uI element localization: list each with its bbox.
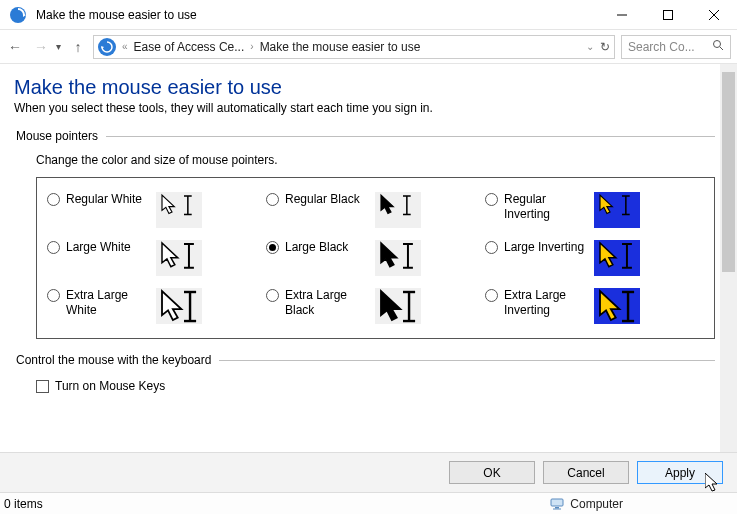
- pointer-preview: [375, 288, 421, 324]
- ok-button[interactable]: OK: [449, 461, 535, 484]
- pointer-preview: [375, 192, 421, 228]
- svg-rect-47: [553, 508, 561, 509]
- svg-point-7: [714, 41, 721, 48]
- pointer-radio[interactable]: [47, 193, 60, 206]
- pointer-preview: [375, 240, 421, 276]
- pointer-option-label: Regular White: [66, 192, 150, 207]
- address-bar[interactable]: « Ease of Access Ce... › Make the mouse …: [93, 35, 615, 59]
- pointer-preview: [156, 288, 202, 324]
- titlebar: Make the mouse easier to use: [0, 0, 737, 30]
- address-dropdown[interactable]: ⌄: [586, 41, 594, 52]
- svg-marker-29: [600, 243, 616, 267]
- computer-icon: [550, 498, 564, 510]
- chevron-right-icon: ›: [250, 41, 253, 52]
- svg-marker-25: [381, 243, 397, 267]
- pointer-radio[interactable]: [47, 289, 60, 302]
- close-button[interactable]: [691, 0, 737, 30]
- breadcrumb-root-chevron[interactable]: «: [122, 41, 128, 52]
- svg-marker-37: [381, 291, 400, 320]
- mouse-keys-checkbox[interactable]: [36, 380, 49, 393]
- up-button[interactable]: ↑: [69, 39, 87, 55]
- forward-button[interactable]: →: [32, 39, 50, 55]
- svg-marker-21: [162, 243, 178, 267]
- group-mouse-pointers-legend: Mouse pointers: [14, 129, 106, 143]
- pointer-option[interactable]: Regular Black: [266, 192, 485, 228]
- pointer-radio[interactable]: [485, 241, 498, 254]
- pointer-radio[interactable]: [266, 241, 279, 254]
- search-placeholder: Search Co...: [628, 40, 695, 54]
- pointer-preview: [156, 192, 202, 228]
- pointer-preview: [156, 240, 202, 276]
- svg-line-8: [720, 47, 723, 50]
- status-bar: 0 items Computer: [0, 492, 737, 514]
- scroll-thumb[interactable]: [722, 72, 735, 272]
- refresh-button[interactable]: ↻: [600, 40, 610, 54]
- pointer-row: Regular White Regular Black Regular Inve…: [47, 186, 704, 234]
- pointer-preview: [594, 288, 640, 324]
- group-keyboard-control: Control the mouse with the keyboard Turn…: [14, 353, 715, 393]
- breadcrumb-ease-of-access[interactable]: Ease of Access Ce...: [134, 40, 245, 54]
- pointer-option-label: Regular Black: [285, 192, 369, 207]
- breadcrumb-current[interactable]: Make the mouse easier to use: [260, 40, 421, 54]
- search-input[interactable]: Search Co...: [621, 35, 731, 59]
- search-icon[interactable]: [712, 39, 724, 54]
- svg-marker-41: [600, 291, 619, 320]
- pointer-option-label: Extra Large Black: [285, 288, 369, 318]
- pointer-option[interactable]: Large White: [47, 240, 266, 276]
- pointer-preview: [594, 240, 640, 276]
- status-item-count: 0 items: [4, 497, 43, 511]
- pointer-option[interactable]: Large Inverting: [485, 240, 704, 276]
- minimize-button[interactable]: [599, 0, 645, 30]
- pointer-radio[interactable]: [485, 193, 498, 206]
- dialog-button-bar: OK Cancel Apply: [0, 452, 737, 492]
- status-computer-label: Computer: [570, 497, 623, 511]
- page-subtitle: When you select these tools, they will a…: [14, 101, 715, 115]
- app-icon: [6, 3, 30, 27]
- svg-marker-13: [381, 195, 393, 213]
- pointer-option-label: Large White: [66, 240, 150, 255]
- pointer-radio[interactable]: [47, 241, 60, 254]
- svg-rect-46: [555, 507, 559, 509]
- svg-marker-9: [162, 195, 174, 213]
- back-button[interactable]: ←: [6, 39, 24, 55]
- pointer-radio[interactable]: [266, 289, 279, 302]
- svg-marker-17: [600, 195, 612, 213]
- content-area: Make the mouse easier to use When you se…: [0, 64, 737, 452]
- pointer-option-label: Extra Large Inverting: [504, 288, 588, 318]
- svg-rect-3: [664, 10, 673, 19]
- pointer-option[interactable]: Large Black: [266, 240, 485, 276]
- pointer-radio[interactable]: [485, 289, 498, 302]
- pointer-option-label: Large Black: [285, 240, 369, 255]
- window-title: Make the mouse easier to use: [36, 8, 197, 22]
- vertical-scrollbar[interactable]: [720, 64, 737, 452]
- page-title: Make the mouse easier to use: [14, 76, 715, 99]
- maximize-button[interactable]: [645, 0, 691, 30]
- pointer-options-box: Regular White Regular Black Regular Inve…: [36, 177, 715, 339]
- history-dropdown[interactable]: ▾: [56, 41, 61, 52]
- cancel-button[interactable]: Cancel: [543, 461, 629, 484]
- pointer-option[interactable]: Extra Large Black: [266, 288, 485, 324]
- pointer-preview: [594, 192, 640, 228]
- mouse-keys-label: Turn on Mouse Keys: [55, 379, 165, 393]
- navbar: ← → ▾ ↑ « Ease of Access Ce... › Make th…: [0, 30, 737, 64]
- nav-arrow-group: ← → ▾ ↑: [6, 39, 87, 55]
- pointer-option[interactable]: Regular White: [47, 192, 266, 228]
- svg-rect-45: [551, 499, 563, 506]
- pointer-option[interactable]: Extra Large White: [47, 288, 266, 324]
- pointer-option-label: Regular Inverting: [504, 192, 588, 222]
- group-keyboard-control-legend: Control the mouse with the keyboard: [14, 353, 219, 367]
- control-panel-icon: [98, 38, 116, 56]
- apply-button[interactable]: Apply: [637, 461, 723, 484]
- svg-marker-33: [162, 291, 181, 320]
- pointer-radio[interactable]: [266, 193, 279, 206]
- window-controls: [599, 0, 737, 30]
- pointer-option[interactable]: Extra Large Inverting: [485, 288, 704, 324]
- pointer-option-label: Extra Large White: [66, 288, 150, 318]
- pointer-row: Extra Large White Extra Large Black Extr…: [47, 282, 704, 330]
- pointer-option-label: Large Inverting: [504, 240, 588, 255]
- group-mouse-pointers-desc: Change the color and size of mouse point…: [36, 153, 715, 167]
- pointer-option[interactable]: Regular Inverting: [485, 192, 704, 228]
- pointer-row: Large White Large Black Large Inverting: [47, 234, 704, 282]
- group-mouse-pointers: Mouse pointers Change the color and size…: [14, 129, 715, 339]
